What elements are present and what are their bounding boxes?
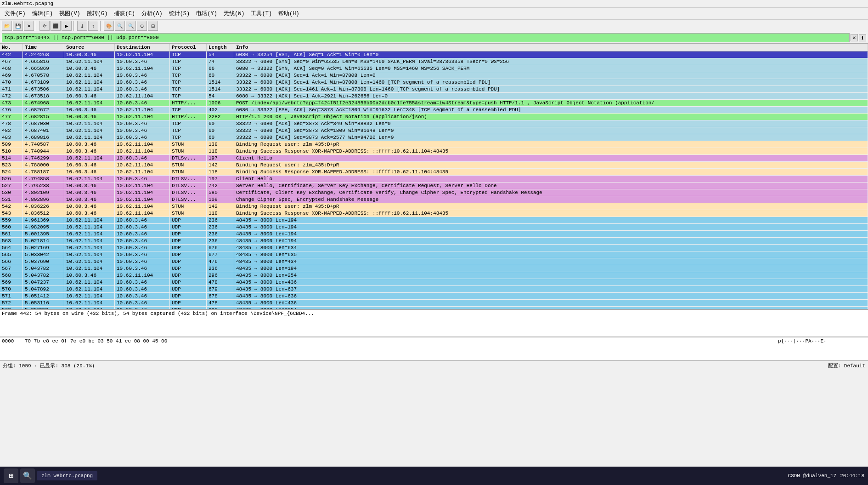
table-cell: 4.673506	[23, 86, 64, 92]
menu-item[interactable]: 帮助(H)	[276, 9, 302, 18]
toolbar-scroll-end[interactable]: ⤓	[77, 21, 87, 31]
table-row[interactable]: 5594.96136910.62.11.10410.60.3.46UDP2364…	[0, 217, 868, 224]
table-row[interactable]: 5244.78818710.60.3.4610.62.11.104STUN118…	[0, 169, 868, 176]
toolbar-start[interactable]: ▶	[62, 21, 72, 31]
table-cell: 60	[207, 120, 234, 127]
table-cell: UDP	[170, 293, 207, 299]
table-cell: STUN	[170, 141, 207, 148]
table-row[interactable]: 5424.83622610.60.3.4610.62.11.104STUN142…	[0, 203, 868, 210]
table-row[interactable]: 4704.67318910.62.11.10410.60.3.46TCP1514…	[0, 79, 868, 86]
table-row[interactable]: 5655.03304210.62.11.10410.60.3.46UDP6774…	[0, 251, 868, 258]
table-row[interactable]: 5665.03769010.62.11.10410.60.3.46UDP4764…	[0, 258, 868, 265]
table-cell: 10.60.3.46	[115, 238, 170, 244]
table-row[interactable]: 5695.04723710.62.11.10410.60.3.46UDP4784…	[0, 279, 868, 286]
table-cell: 10.60.3.46	[64, 189, 115, 196]
table-cell: 4.665869	[23, 65, 64, 72]
table-row[interactable]: 5635.02181410.62.11.10410.60.3.46UDP2364…	[0, 238, 868, 245]
toolbar-resize-cols[interactable]: ⊟	[148, 21, 158, 31]
table-row[interactable]: 5604.98209510.62.11.10410.60.3.46UDP2364…	[0, 224, 868, 231]
toolbar-colorize[interactable]: 🎨	[104, 21, 114, 31]
menu-item[interactable]: 电话(Y)	[193, 9, 220, 18]
table-cell: 470	[0, 79, 23, 86]
table-row[interactable]: 4724.67351810.60.3.4610.62.11.104TCP5460…	[0, 93, 868, 100]
table-cell: 10.62.11.104	[115, 169, 170, 175]
table-row[interactable]: 5685.04378210.60.3.4610.62.11.104UDP2964…	[0, 272, 868, 279]
table-cell: 4.794858	[23, 176, 64, 182]
table-row[interactable]: 5314.80289610.60.3.4610.62.11.104DTLSv..…	[0, 196, 868, 203]
table-cell: 10.60.3.46	[64, 141, 115, 148]
table-cell: 5.043782	[23, 272, 64, 279]
table-cell: 469	[0, 72, 23, 79]
table-row[interactable]: 5304.80210910.60.3.4610.62.11.104DTLSv..…	[0, 189, 868, 196]
table-cell: 10.62.11.104	[64, 100, 115, 106]
table-cell: 1006	[207, 100, 234, 106]
filter-clear-btn[interactable]: ✕	[851, 34, 858, 41]
table-row[interactable]: 4764.68267210.60.3.4610.62.11.104TCP4026…	[0, 107, 868, 114]
table-cell: 48435 → 8000 Len=194	[234, 217, 868, 223]
table-row[interactable]: 4674.66581610.62.11.10410.60.3.46TCP7433…	[0, 58, 868, 65]
table-row[interactable]: 5434.83651210.60.3.4610.62.11.104STUN118…	[0, 210, 868, 217]
table-row[interactable]: 5094.74058710.60.3.4610.62.11.104STUN138…	[0, 141, 868, 148]
table-cell: 5.053331	[23, 307, 64, 309]
toolbar-autoscroll[interactable]: ↕	[88, 21, 98, 31]
table-row[interactable]: 5274.79523810.60.3.4610.62.11.104DTLSv..…	[0, 183, 868, 189]
table-row[interactable]: 5144.74629910.62.11.10410.60.3.46DTLSv..…	[0, 155, 868, 162]
table-row[interactable]: 4734.67496810.62.11.10410.60.3.46HTTP/..…	[0, 100, 868, 107]
toolbar-stop[interactable]: ⬛	[51, 21, 61, 31]
filter-input[interactable]	[2, 33, 850, 42]
toolbar-zoom-in[interactable]: 🔍	[115, 21, 125, 31]
table-cell: 236	[207, 238, 234, 244]
table-row[interactable]: 5675.04378210.62.11.10410.60.3.46UDP2364…	[0, 265, 868, 272]
toolbar-restart[interactable]: ⟳	[39, 21, 50, 31]
toolbar-zoom-reset[interactable]: ⊙	[137, 21, 147, 31]
col-length: Length	[207, 44, 234, 51]
table-row[interactable]: 4784.68703010.62.11.10410.60.3.46TCP6033…	[0, 120, 868, 127]
menu-item[interactable]: 跳转(G)	[84, 9, 111, 18]
table-cell: 10.60.3.46	[115, 134, 170, 141]
table-row[interactable]: 4834.68981610.62.11.10410.60.3.46TCP6033…	[0, 134, 868, 141]
menu-item[interactable]: 视图(V)	[56, 9, 83, 18]
hex-area: 0000 70 7b e8 ee 0f 7c e0 be 03 50 41 ec…	[0, 337, 868, 360]
menu-item[interactable]: 工具(T)	[248, 9, 275, 18]
filter-info-btn[interactable]: ℹ	[859, 34, 866, 41]
table-row[interactable]: 5615.00139510.62.11.10410.60.3.46UDP2364…	[0, 231, 868, 238]
table-cell: 10.60.3.46	[115, 265, 170, 272]
table-cell: 48435 → 8000 Len=254	[234, 272, 868, 279]
table-row[interactable]: 5234.78800010.60.3.4610.62.11.104STUN142…	[0, 162, 868, 169]
table-cell: 138	[207, 141, 234, 148]
table-cell: 10.60.3.46	[64, 183, 115, 189]
table-cell: UDP	[170, 307, 207, 309]
menu-item[interactable]: 分析(A)	[139, 9, 165, 18]
menu-item[interactable]: 编辑(E)	[29, 9, 56, 18]
table-cell: Certificate, Client Key Exchange, Certif…	[234, 189, 868, 196]
table-cell: UDP	[170, 245, 207, 251]
table-row[interactable]: 5104.74094410.60.3.4610.62.11.104STUN118…	[0, 148, 868, 155]
menu-item[interactable]: 文件(F)	[2, 9, 28, 18]
toolbar-close[interactable]: ✕	[24, 21, 34, 31]
table-row[interactable]: 4684.66586910.60.3.4610.62.11.104TCP6660…	[0, 65, 868, 72]
menu-item[interactable]: 统计(S)	[166, 9, 193, 18]
table-cell: 560	[0, 224, 23, 230]
table-row[interactable]: 5705.04789210.62.11.10410.60.3.46UDP6794…	[0, 286, 868, 293]
table-cell: 4.665816	[23, 58, 64, 65]
table-row[interactable]: 5725.05311610.62.11.10410.60.3.46UDP4784…	[0, 300, 868, 307]
table-row[interactable]: 5735.05333110.62.11.10410.60.3.46UDP2964…	[0, 307, 868, 309]
toolbar-zoom-out[interactable]: 🔍	[126, 21, 136, 31]
table-cell: 48435 → 8000 Len=194	[234, 238, 868, 244]
table-row[interactable]: 4694.67057810.62.11.10410.60.3.46TCP6033…	[0, 72, 868, 79]
table-row[interactable]: 4774.68281510.60.3.4610.62.11.104HTTP/..…	[0, 114, 868, 120]
table-row[interactable]: 5264.79485810.62.11.10410.60.3.46DTLSv..…	[0, 176, 868, 183]
menu-item[interactable]: 捕获(C)	[111, 9, 138, 18]
table-row[interactable]: 4424.24426810.60.3.4610.62.11.104TCP5460…	[0, 51, 868, 58]
table-row[interactable]: 4824.68740110.62.11.10410.60.3.46TCP6033…	[0, 127, 868, 134]
table-row[interactable]: 5645.02716910.62.11.10410.60.3.46UDP6764…	[0, 245, 868, 251]
menu-item[interactable]: 无线(W)	[221, 9, 248, 18]
packet-list[interactable]: 4424.24426810.60.3.4610.62.11.104TCP5460…	[0, 51, 868, 309]
toolbar-save[interactable]: 💾	[13, 21, 23, 31]
table-cell: 10.60.3.46	[115, 100, 170, 106]
table-row[interactable]: 5715.05141210.62.11.10410.60.3.46UDP6784…	[0, 293, 868, 300]
table-row[interactable]: 4714.67350610.62.11.10410.60.3.46TCP1514…	[0, 86, 868, 93]
toolbar-open[interactable]: 📂	[2, 21, 12, 31]
table-cell: 4.836226	[23, 203, 64, 210]
table-cell: 10.62.11.104	[64, 79, 115, 86]
